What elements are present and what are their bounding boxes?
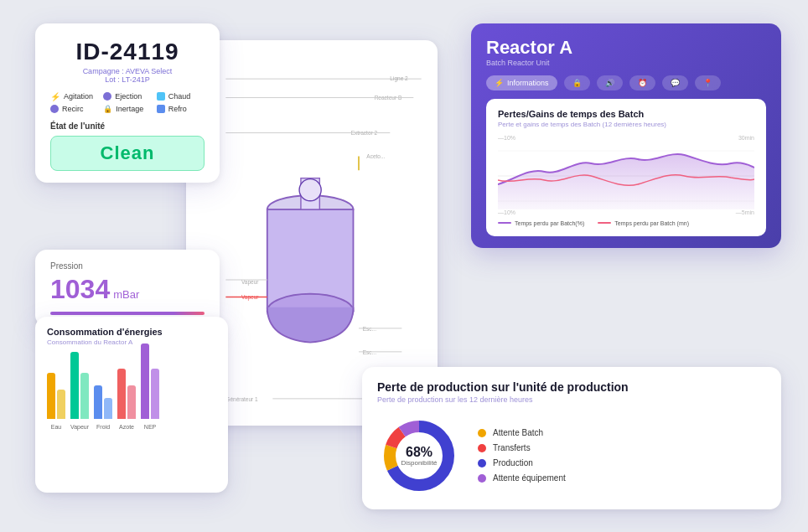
bar-nep-2 xyxy=(151,369,159,419)
production-title: Perte de production sur l'unité de produ… xyxy=(377,380,766,394)
tab-lock[interactable]: 🔒 xyxy=(564,75,590,90)
legend-transferts: Transferts xyxy=(478,443,566,452)
bar-label-vapeur: Vapeur xyxy=(70,424,89,430)
icon-chaud: Chaud xyxy=(157,92,205,101)
bar-label-nep: NEP xyxy=(144,424,156,430)
pressure-bar xyxy=(50,312,205,315)
pressure-unit: mBar xyxy=(113,288,139,301)
reactor-title: Reactor A xyxy=(486,37,766,59)
batch-chart-card: Pertes/Gains de temps des Batch Perte et… xyxy=(486,99,766,236)
energy-title: Consommation d'énergies xyxy=(47,327,216,337)
production-legend: Attente Batch Transferts Production Atte… xyxy=(478,428,566,483)
donut-percentage: 68% xyxy=(401,445,437,458)
batch-chart-subtitle: Perte et gains de temps des Batch (12 de… xyxy=(498,121,754,128)
tab-informations[interactable]: ⚡ Informations xyxy=(486,75,557,90)
bar-vapeur-2 xyxy=(80,373,89,419)
energy-card: Consommation d'énergies Consommation du … xyxy=(35,317,228,493)
axis-left-bottom: —10% xyxy=(498,209,515,215)
reactor-a-card: Reactor A Batch Reactor Unit ⚡ Informati… xyxy=(471,23,781,248)
id-lot: Lot : LT-241P xyxy=(50,75,205,84)
svg-text:Ligne 2: Ligne 2 xyxy=(390,75,408,82)
batch-chart-title: Pertes/Gains de temps des Batch xyxy=(498,109,754,119)
legend-attente-equip: Attente équipement xyxy=(478,473,566,483)
tab-sound[interactable]: 🔊 xyxy=(597,75,623,90)
reactor-diagram-svg: Ligne 1 Ligne 2 Reacteur B Extractor 2 A… xyxy=(194,49,429,417)
icon-recirc: Recirc xyxy=(50,105,98,113)
svg-text:Vapeur: Vapeur xyxy=(241,294,259,301)
main-scene: ID-24119 Campagne : AVEVA Select Lot : L… xyxy=(18,15,790,518)
id-number: ID-24119 xyxy=(50,39,205,65)
icon-refro: Refro xyxy=(157,105,205,113)
production-card: Perte de production sur l'unité de produ… xyxy=(362,367,781,509)
state-label: État de l'unité xyxy=(50,121,205,131)
energy-subtitle: Consommation du Reactor A xyxy=(47,338,216,346)
bar-group-nep: NEP xyxy=(141,343,159,430)
axis-right-bottom: —5min xyxy=(736,209,754,215)
icon-agitation: ⚡ Agitation xyxy=(50,92,98,101)
bar-group-vapeur: Vapeur xyxy=(70,352,89,430)
tab-clock[interactable]: ⏰ xyxy=(629,75,655,90)
legend-production: Production xyxy=(478,458,566,467)
reactor-tabs: ⚡ Informations 🔒 🔊 ⏰ 💬 📍 xyxy=(486,75,766,90)
svg-text:Aceto...: Aceto... xyxy=(366,153,385,159)
batch-legend: Temps perdu par Batch(%) Temps perdu par… xyxy=(498,220,754,226)
bar-group-eau: Eau xyxy=(47,373,65,430)
icon-grid: ⚡ Agitation Ejection Chaud Recirc 🔒 Iner… xyxy=(50,92,205,113)
dot-attente-batch xyxy=(478,429,486,437)
id-campaign: Campagne : AVEVA Select xyxy=(50,67,205,75)
bar-group-froid: Froid xyxy=(94,385,112,430)
production-subtitle: Perte de production sur les 12 dernière … xyxy=(377,395,766,404)
legend-line-red xyxy=(598,222,611,224)
state-badge: Clean xyxy=(50,136,205,171)
bar-azote-2 xyxy=(127,385,136,419)
production-content: 68% Disponibilité Attente Batch Transfer… xyxy=(377,414,766,498)
bar-froid-1 xyxy=(94,385,102,419)
legend-line-purple xyxy=(498,222,511,224)
pressure-value: 1034 mBar xyxy=(50,274,205,305)
bar-eau-2 xyxy=(57,390,65,419)
donut-chart: 68% Disponibilité xyxy=(377,414,461,498)
id-card: ID-24119 Campagne : AVEVA Select Lot : L… xyxy=(35,23,220,183)
bar-nep-1 xyxy=(141,343,149,419)
tab-location[interactable]: 📍 xyxy=(695,75,721,90)
energy-bar-chart: Eau Vapeur Froid xyxy=(47,353,216,445)
tab-chat[interactable]: 💬 xyxy=(662,75,688,90)
bar-label-froid: Froid xyxy=(96,424,110,430)
icon-ejection: Ejection xyxy=(103,92,151,101)
axis-right-top: 30min xyxy=(738,135,754,141)
icon-inertage: 🔒 Inertage xyxy=(103,105,151,113)
reactor-subtitle: Batch Reactor Unit xyxy=(486,59,766,67)
bar-label-eau: Eau xyxy=(51,424,61,430)
dot-attente-equip xyxy=(478,474,486,483)
svg-point-13 xyxy=(299,178,321,200)
bar-azote-1 xyxy=(117,369,126,419)
legend-red: Temps perdu par Batch (mn) xyxy=(598,220,689,226)
pressure-label: Pression xyxy=(50,261,205,271)
legend-attente-batch: Attente Batch xyxy=(478,428,566,437)
dot-production xyxy=(478,459,486,467)
bar-group-azote: Azote xyxy=(117,369,136,430)
svg-text:Générateur 1: Générateur 1 xyxy=(225,395,258,401)
dot-transferts xyxy=(478,444,486,452)
bar-eau-1 xyxy=(47,373,55,419)
batch-chart-svg xyxy=(498,142,754,209)
pressure-card: Pression 1034 mBar xyxy=(35,250,220,327)
bar-label-azote: Azote xyxy=(119,424,134,430)
bar-vapeur-1 xyxy=(70,352,79,419)
donut-center: 68% Disponibilité xyxy=(401,445,437,466)
legend-purple: Temps perdu par Batch(%) xyxy=(498,220,584,226)
donut-label: Disponibilité xyxy=(401,458,437,466)
batch-chart-area xyxy=(498,142,754,209)
bar-froid-2 xyxy=(104,398,112,419)
axis-left-top: —10% xyxy=(498,135,515,141)
